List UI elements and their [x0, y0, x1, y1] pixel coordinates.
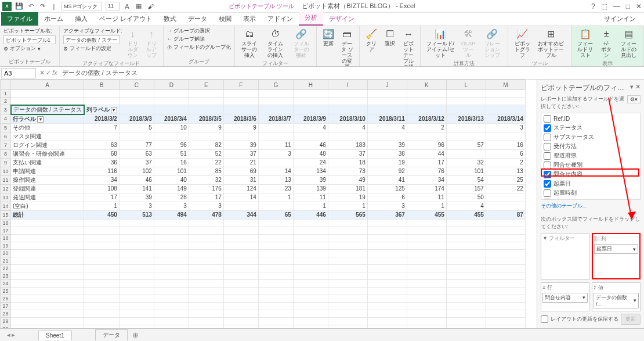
ribbon-group-active-field: アクティブなフィールド: データの個数 / ステー ⚙ フィールドの設定 ↓ドリ…	[60, 26, 164, 66]
relation-icon: 🔗	[486, 28, 498, 40]
update-button: 更新	[621, 314, 641, 325]
relationship-button: 🔗リレーションシップ	[480, 27, 504, 60]
change-source-button[interactable]: 🗃データ ソースの変更	[339, 27, 356, 67]
save-icon[interactable]: 💾	[15, 2, 23, 10]
pivotchart-button[interactable]: 📈ピボットグラフ	[512, 27, 533, 60]
pt-name-input[interactable]: ピボットテーブル1	[3, 35, 56, 44]
fx-icon[interactable]: fx	[52, 69, 57, 77]
tab-analyze[interactable]: 分析	[299, 11, 323, 26]
fill-color-icon[interactable]: ▦	[135, 2, 143, 10]
name-box[interactable]	[1, 68, 36, 78]
font-color-icon[interactable]: A	[123, 2, 131, 10]
af-settings-button[interactable]: ⚙ フィールドの設定	[63, 45, 122, 52]
value-field-item[interactable]: データの個数 /...▾	[594, 293, 639, 308]
enter-fx-icon[interactable]: ✓	[46, 69, 51, 77]
pt-options-button[interactable]: ⚙ オプション ▾	[3, 45, 56, 52]
field-list[interactable]: Ref.IDステータスサブステータス受付方法都道府県問合せ種別問合せ内容起票日起…	[541, 113, 641, 200]
add-sheet-icon[interactable]: ⊕	[132, 331, 139, 339]
drillup-icon: ↑	[146, 28, 157, 40]
qat-size[interactable]: 11	[106, 2, 120, 10]
cancel-fx-icon[interactable]: ✕	[39, 69, 45, 77]
fieldpane-close-icon[interactable]: ▾ ✕	[630, 83, 641, 91]
field-checkbox-サブステータス[interactable]: サブステータス	[542, 132, 639, 142]
field-checkbox-問合せ種別[interactable]: 問合せ種別	[542, 160, 639, 170]
drillup-button: ↑ドリルアップ	[143, 27, 160, 60]
signin-link[interactable]: サインイン	[596, 12, 644, 26]
chevron-down-icon: ▾	[583, 295, 585, 300]
minimize-icon[interactable]: —	[613, 2, 620, 10]
af-input[interactable]: データの個数 / ステー	[63, 35, 120, 44]
zone-rows[interactable]: ≡ 行 問合せ内容▾	[541, 282, 589, 312]
field-checkbox-受付方法[interactable]: 受付方法	[542, 142, 639, 151]
tab-formula[interactable]: 数式	[158, 12, 182, 26]
recommend-pt-button[interactable]: ⊞おすすめピボットテーブル	[535, 27, 567, 60]
defer-checkbox[interactable]	[541, 315, 548, 323]
sheet-tab-active[interactable]: Sheet1	[38, 331, 72, 340]
contextual-tab-title: ピボットテーブル ツール	[229, 3, 294, 9]
fieldlist-icon: 📋	[580, 28, 591, 40]
formula-input[interactable]	[60, 69, 644, 78]
filter-conn-icon: 🔗	[295, 28, 307, 40]
field-item-icon: 📊	[435, 28, 446, 40]
field-checkbox-都道府県[interactable]: 都道府県	[542, 151, 639, 160]
qat-font[interactable]: MS Pゴシック	[61, 2, 102, 10]
grid[interactable]: ABCDEFGHIJKLM123データの個数 / ステータス列ラベル▾4行ラベル…	[0, 80, 526, 328]
clear-icon: 🧹	[366, 28, 377, 40]
select-button[interactable]: ☐選択	[382, 27, 398, 48]
fieldheader-button[interactable]: ▤フィールドの見出し	[617, 27, 640, 60]
format-painter-icon[interactable]: 🖌	[146, 2, 154, 10]
field-checkbox-問合せ内容[interactable]: 問合せ内容	[542, 170, 639, 179]
field-checkbox-Ref.ID[interactable]: Ref.ID	[542, 114, 639, 123]
field-checkbox-起票日[interactable]: 起票日	[542, 179, 639, 188]
zone-values[interactable]: Σ 値 データの個数 /...▾	[592, 282, 641, 312]
tab-home[interactable]: ホーム	[38, 12, 69, 26]
tab-review[interactable]: 校閲	[213, 12, 237, 26]
fieldlist-button[interactable]: 📋フィールドリスト	[575, 27, 596, 60]
undo-icon[interactable]: ↶	[27, 2, 35, 10]
clear-button[interactable]: 🧹クリア	[363, 27, 379, 54]
more-tables-link[interactable]: その他のテーブル...	[541, 200, 641, 212]
fieldpane-title: ピボットテーブルのフィ…	[541, 83, 641, 93]
group-field-button[interactable]: ⑦ フィールドのグループ化	[167, 44, 231, 51]
formula-bar: ✕ ✓ fx	[0, 67, 644, 80]
ribbon: ピボットテーブル名: ピボットテーブル1 ⚙ オプション ▾ ピボットテーブル …	[0, 26, 644, 67]
ribbon-opts-icon[interactable]: ⬚	[601, 2, 607, 10]
sheet-nav-next-icon[interactable]: ▸	[12, 331, 15, 339]
row-field-item[interactable]: 問合せ内容▾	[542, 293, 588, 303]
sheet-tab-data[interactable]: データ	[95, 329, 128, 340]
tab-view[interactable]: 表示	[237, 12, 262, 26]
field-checkbox-起票時刻[interactable]: 起票時刻	[542, 188, 639, 198]
move-pt-button[interactable]: ↔ピボットテーブルの移動	[400, 27, 417, 67]
refresh-icon: 🔄	[323, 28, 334, 40]
help-icon[interactable]: ?	[591, 2, 595, 10]
field-item-button[interactable]: 📊フィールド/アイテム/セット	[424, 27, 457, 60]
tab-data[interactable]: データ	[182, 12, 213, 26]
redo-icon[interactable]: ↷	[38, 2, 46, 10]
drilldown-button: ↓ドリルダウン	[125, 27, 141, 60]
recommend-icon: ⊞	[545, 28, 557, 40]
zone-filter[interactable]: ▼ フィルター	[541, 233, 589, 280]
fieldpane-gear-icon[interactable]: ⚙▾	[627, 95, 641, 103]
tab-layout[interactable]: ページ レイアウト	[93, 12, 158, 26]
refresh-button[interactable]: 🔄更新	[320, 27, 337, 48]
col-field-item[interactable]: 起票日▾	[594, 244, 638, 254]
tab-addin[interactable]: アドイン	[262, 12, 299, 26]
slicer-button[interactable]: 🗂スライサーの挿入	[238, 27, 261, 60]
timeline-icon: ⏱	[270, 28, 281, 40]
close-icon[interactable]: ✕	[636, 2, 642, 10]
group-selection-button: → グループの選択	[167, 27, 231, 35]
tab-design[interactable]: デザイン	[323, 12, 360, 26]
timeline-button[interactable]: ⏱タイムラインの挿入	[263, 27, 288, 60]
pm-button[interactable]: ±+/- ボタン	[598, 27, 614, 60]
tab-insert[interactable]: 挿入	[69, 12, 93, 26]
fieldpane-subtitle: レポートに追加するフィールドを選択してください:	[541, 95, 625, 110]
defer-label: レイアウトの更新を保留する	[551, 315, 618, 323]
field-checkbox-ステータス[interactable]: ステータス	[542, 123, 639, 132]
tab-file[interactable]: ファイル	[1, 12, 38, 26]
maximize-icon[interactable]: □	[626, 2, 630, 10]
fieldheader-icon: ▤	[623, 28, 634, 40]
zone-columns[interactable]: ▥ 列 起票日▾	[592, 233, 641, 279]
ribbon-group-pivottable: ピボットテーブル名: ピボットテーブル1 ⚙ オプション ▾ ピボットテーブル	[0, 26, 60, 66]
sheet-nav-prev-icon[interactable]: ◂	[7, 331, 10, 339]
pt-name-label: ピボットテーブル名:	[3, 27, 56, 35]
